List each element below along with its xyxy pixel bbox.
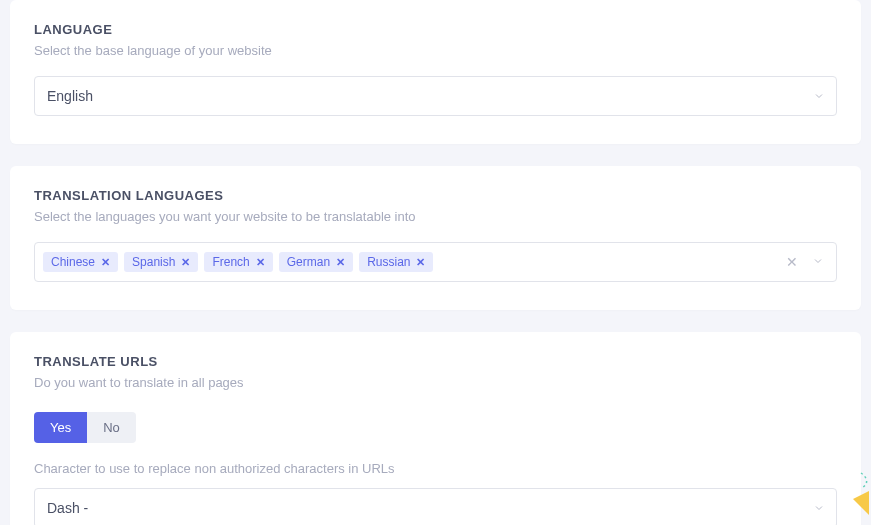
- translation-multiselect[interactable]: Chinese✕Spanish✕French✕German✕Russian✕ ✕: [34, 242, 837, 282]
- urls-title: TRANSLATE URLS: [34, 354, 837, 369]
- language-tag-label: Spanish: [132, 255, 175, 269]
- language-tag-label: French: [212, 255, 249, 269]
- language-desc: Select the base language of your website: [34, 43, 837, 58]
- remove-tag-icon[interactable]: ✕: [256, 256, 265, 269]
- remove-tag-icon[interactable]: ✕: [416, 256, 425, 269]
- url-char-desc: Character to use to replace non authoriz…: [34, 461, 837, 476]
- remove-tag-icon[interactable]: ✕: [336, 256, 345, 269]
- language-tag-label: Russian: [367, 255, 410, 269]
- language-tag: Chinese✕: [43, 252, 118, 272]
- language-select-value: English: [47, 88, 93, 104]
- remove-tag-icon[interactable]: ✕: [101, 256, 110, 269]
- language-tag: Russian✕: [359, 252, 433, 272]
- translation-desc: Select the languages you want your websi…: [34, 209, 837, 224]
- urls-card: TRANSLATE URLS Do you want to translate …: [10, 332, 861, 525]
- language-tag: Spanish✕: [124, 252, 198, 272]
- remove-tag-icon[interactable]: ✕: [181, 256, 190, 269]
- chevron-down-icon: [812, 254, 824, 270]
- url-char-select-value: Dash -: [47, 500, 88, 516]
- url-char-select[interactable]: Dash -: [34, 488, 837, 525]
- url-char-select-wrap: Dash -: [34, 488, 837, 525]
- language-select[interactable]: English: [34, 76, 837, 116]
- language-tag-label: German: [287, 255, 330, 269]
- no-button[interactable]: No: [87, 412, 136, 443]
- yes-button[interactable]: Yes: [34, 412, 87, 443]
- language-card: LANGUAGE Select the base language of you…: [10, 0, 861, 144]
- translation-title: TRANSLATION LANGUAGES: [34, 188, 837, 203]
- language-tag: German✕: [279, 252, 353, 272]
- language-tag: French✕: [204, 252, 272, 272]
- clear-all-icon[interactable]: ✕: [786, 254, 798, 270]
- translation-card: TRANSLATION LANGUAGES Select the languag…: [10, 166, 861, 310]
- urls-desc: Do you want to translate in all pages: [34, 375, 837, 390]
- translate-urls-toggle: Yes No: [34, 412, 136, 443]
- language-title: LANGUAGE: [34, 22, 837, 37]
- language-tag-label: Chinese: [51, 255, 95, 269]
- language-select-wrap: English: [34, 76, 837, 116]
